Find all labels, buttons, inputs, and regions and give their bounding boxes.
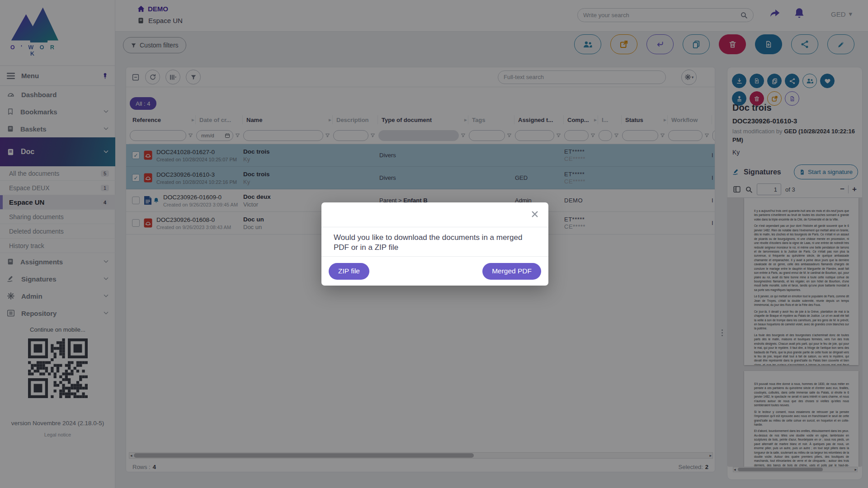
modal-header — [321, 202, 548, 227]
modal-footer: ZIP file Merged PDF — [321, 256, 548, 286]
download-choice-modal: Would you like to download the documents… — [321, 202, 548, 286]
close-icon[interactable] — [531, 211, 538, 218]
modal-message: Would you like to download the documents… — [321, 227, 548, 258]
merged-pdf-button[interactable]: Merged PDF — [482, 263, 541, 280]
zip-file-button[interactable]: ZIP file — [329, 263, 369, 280]
app-screen: O ' W O R K Menu Dashboard Book — [0, 0, 868, 488]
